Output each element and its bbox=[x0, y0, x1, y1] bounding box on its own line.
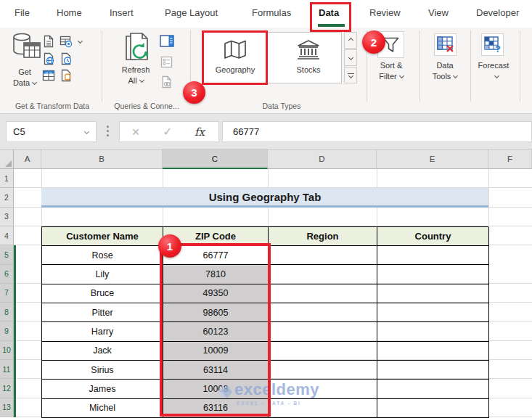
cell-b9[interactable]: Harry bbox=[42, 322, 163, 341]
cell-d7[interactable] bbox=[269, 284, 377, 303]
cell-d10[interactable] bbox=[269, 342, 377, 361]
cell-e12[interactable] bbox=[377, 380, 489, 398]
stocks-label: Stocks bbox=[277, 65, 340, 74]
refresh-all-icon bbox=[123, 32, 155, 65]
column-header-f[interactable]: F bbox=[488, 149, 532, 169]
column-header-d[interactable]: D bbox=[268, 149, 377, 169]
sort-filter-label-1: Sort & bbox=[369, 61, 413, 70]
from-table-range-icon[interactable] bbox=[42, 69, 55, 82]
edit-links-icon[interactable] bbox=[160, 75, 173, 89]
row-header-8[interactable]: 8 bbox=[0, 303, 14, 321]
cell-d11[interactable] bbox=[269, 361, 377, 380]
recent-sources-icon[interactable] bbox=[60, 52, 73, 65]
forecast-label: Forecast bbox=[472, 61, 515, 70]
column-header-a[interactable]: A bbox=[14, 149, 41, 169]
properties-icon[interactable] bbox=[160, 56, 173, 68]
gallery-scroll-up-button[interactable] bbox=[344, 32, 357, 49]
table-header-region[interactable]: Region bbox=[269, 227, 377, 246]
queries-connections-pane-icon[interactable] bbox=[160, 35, 174, 47]
gallery-more-button[interactable] bbox=[344, 67, 357, 83]
from-picture-icon[interactable] bbox=[60, 35, 73, 48]
row-header-11[interactable]: 11 bbox=[0, 360, 14, 379]
row-header-5[interactable]: 5 bbox=[0, 245, 14, 264]
formula-bar-row: C5 × ✓ fx 66777 bbox=[0, 114, 532, 149]
chevron-down-icon[interactable] bbox=[84, 129, 89, 134]
cell-b7[interactable]: Bruce bbox=[42, 284, 163, 303]
cell-e13[interactable] bbox=[377, 399, 489, 418]
row-header-3[interactable]: 3 bbox=[0, 208, 14, 226]
svg-text:?: ? bbox=[495, 44, 501, 54]
get-data-icon bbox=[12, 31, 42, 66]
insert-function-button[interactable]: fx bbox=[184, 126, 216, 139]
cell-e7[interactable] bbox=[377, 284, 489, 303]
cancel-button[interactable]: × bbox=[120, 124, 152, 140]
row-header-2[interactable]: 2 bbox=[0, 188, 14, 207]
chevron-down-icon[interactable] bbox=[78, 38, 83, 44]
tab-insert[interactable]: Insert bbox=[110, 7, 134, 18]
enter-button[interactable]: ✓ bbox=[152, 125, 184, 139]
tab-file[interactable]: File bbox=[15, 7, 30, 18]
tab-review[interactable]: Review bbox=[369, 7, 401, 18]
cell-b6[interactable]: Lily bbox=[42, 265, 163, 284]
tab-view[interactable]: View bbox=[428, 7, 449, 18]
cell-e11[interactable] bbox=[377, 361, 489, 380]
annotation-box-zip-range bbox=[160, 243, 271, 417]
cell-e10[interactable] bbox=[377, 342, 489, 361]
group-separator bbox=[102, 30, 102, 102]
cell-b12[interactable]: James bbox=[42, 380, 163, 398]
chevron-down-icon bbox=[399, 73, 404, 78]
select-all-corner[interactable] bbox=[0, 149, 14, 169]
cell-b8[interactable]: Pitter bbox=[42, 303, 163, 322]
cell-b5[interactable]: Rose bbox=[42, 246, 163, 265]
name-box-value: C5 bbox=[7, 126, 82, 137]
annotation-step-2: 2 bbox=[362, 30, 385, 54]
tab-home[interactable]: Home bbox=[57, 7, 82, 18]
tab-developer[interactable]: Developer bbox=[476, 7, 519, 18]
cell-e5[interactable] bbox=[377, 246, 489, 265]
cell-d6[interactable] bbox=[269, 265, 377, 284]
cell-b11[interactable]: Sirius bbox=[42, 361, 163, 380]
sheet-title-cell[interactable]: Using Geography Tab bbox=[41, 188, 488, 208]
formula-value: 66777 bbox=[223, 126, 259, 137]
annotation-box-geography bbox=[202, 30, 268, 85]
cell-e6[interactable] bbox=[377, 265, 489, 284]
name-box[interactable]: C5 bbox=[6, 121, 97, 142]
table-header-customer-name[interactable]: Customer Name bbox=[42, 227, 163, 246]
from-text-csv-icon[interactable] bbox=[42, 35, 55, 48]
existing-connections-icon[interactable] bbox=[60, 69, 73, 82]
formula-input[interactable]: 66777 bbox=[222, 121, 532, 142]
annotation-step-1: 1 bbox=[158, 234, 181, 258]
annotation-box-data-tab bbox=[310, 2, 351, 32]
column-header-c[interactable]: C bbox=[163, 149, 268, 169]
row-header-4[interactable]: 4 bbox=[0, 226, 14, 245]
cell-b13[interactable]: Michel bbox=[42, 399, 163, 418]
cell-d9[interactable] bbox=[269, 322, 377, 341]
group-label-data-types: Data Types bbox=[240, 102, 324, 110]
stocks-button[interactable]: Stocks bbox=[277, 33, 340, 83]
gallery-scroll-down-button[interactable] bbox=[344, 49, 357, 66]
forecast-iconbox: ? bbox=[481, 33, 504, 56]
formula-bar-divider-dots[interactable] bbox=[107, 126, 109, 128]
column-header-e[interactable]: E bbox=[377, 149, 488, 169]
row-header-12[interactable]: 12 bbox=[0, 379, 14, 398]
row-header-6[interactable]: 6 bbox=[0, 265, 14, 284]
tab-formulas[interactable]: Formulas bbox=[252, 7, 291, 18]
row-header-9[interactable]: 9 bbox=[0, 321, 14, 340]
row-header-1[interactable]: 1 bbox=[0, 169, 14, 188]
cell-b10[interactable]: Jack bbox=[42, 342, 163, 361]
from-web-icon[interactable] bbox=[42, 52, 55, 65]
get-data-label-2: Data bbox=[4, 78, 45, 87]
row-header-7[interactable]: 7 bbox=[0, 284, 14, 303]
row-header-13[interactable]: 13 bbox=[0, 398, 14, 417]
table-header-country[interactable]: Country bbox=[377, 227, 489, 246]
tab-page-layout[interactable]: Page Layout bbox=[165, 7, 218, 18]
column-header-b[interactable]: B bbox=[41, 149, 163, 169]
get-data-label-1: Get bbox=[4, 67, 45, 76]
row-header-10[interactable]: 10 bbox=[0, 341, 14, 360]
cell-e9[interactable] bbox=[377, 322, 489, 341]
cell-d5[interactable] bbox=[269, 246, 377, 265]
cell-e8[interactable] bbox=[377, 303, 489, 322]
chevron-down-icon bbox=[494, 73, 499, 78]
data-tools-iconbox bbox=[434, 33, 457, 56]
cell-d8[interactable] bbox=[269, 303, 377, 322]
